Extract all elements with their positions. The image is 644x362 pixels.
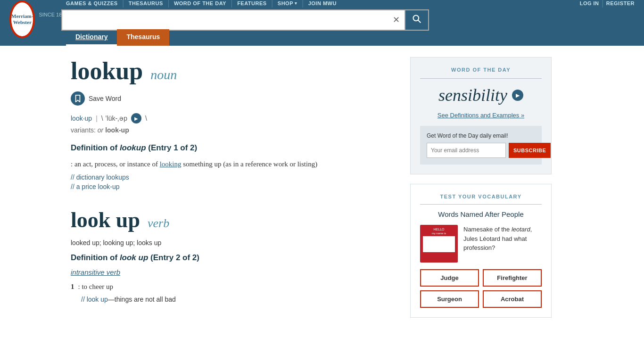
pron-word: look·up: [71, 115, 92, 122]
def-rest: something up (as in a reference work or …: [183, 160, 317, 168]
example-2-dash: —things are not all bad: [108, 296, 176, 303]
wotd-audio-button[interactable]: ▶: [512, 90, 523, 101]
vocab-title: TEST YOUR VOCABULARY: [420, 194, 542, 199]
def-link-looking[interactable]: looking: [160, 160, 182, 168]
nav-games[interactable]: GAMES & QUIZZES: [61, 0, 123, 6]
wotd-email-label: Get Word of the Day daily email!: [427, 132, 535, 139]
wotd-card: WORD OF THE DAY sensibility ▶ See Defini…: [410, 57, 552, 174]
variants-area: variants: or look-up: [71, 126, 396, 134]
vocab-options: Judge Firefighter Surgeon Acrobat: [420, 269, 542, 308]
search-bar: lookup ✕: [61, 9, 429, 31]
def-header-2: Definition of look up (Entry 2 of 2): [71, 253, 396, 263]
logo-line2: Webster: [11, 19, 33, 25]
nav-features[interactable]: FEATURES: [232, 0, 271, 6]
intransitive-verb-label[interactable]: intransitive verb: [71, 268, 120, 276]
variants-word: look-up: [105, 126, 129, 134]
variants-or: or: [98, 126, 105, 134]
conj-text: looked up; looking up; looks up: [71, 239, 161, 247]
example-1b: // a price look-up: [71, 183, 396, 190]
wotd-email-section: Get Word of the Day daily email! SUBSCRI…: [420, 126, 542, 165]
auth-area: LOG IN | REGISTER: [580, 0, 635, 8]
word-pos-2: verb: [148, 216, 169, 230]
pron-phonetic: \ ˈlük-ˌəp: [101, 115, 127, 122]
vocab-option-surgeon[interactable]: Surgeon: [420, 290, 479, 308]
login-link[interactable]: LOG IN: [580, 0, 599, 6]
logo[interactable]: Merriam- Webster: [9, 0, 35, 38]
vocab-image: HELLO my name is: [420, 225, 458, 263]
nav-thesaurus[interactable]: THESAURUS: [124, 0, 168, 6]
pron-close-bracket: \: [145, 115, 147, 122]
svg-line-1: [418, 20, 421, 23]
main-nav: GAMES & QUIZZES | THESAURUS | WORD OF TH…: [61, 0, 341, 8]
tabs-bar: Dictionary Thesaurus: [0, 29, 644, 46]
entry-2: look up verb looked up; looking up; look…: [71, 207, 396, 304]
def-header-1: Definition of lookup (Entry 1 of 2): [71, 143, 396, 153]
email-input[interactable]: [427, 143, 506, 158]
vocab-option-acrobat[interactable]: Acrobat: [483, 290, 542, 308]
save-word-area: Save Word: [71, 91, 396, 106]
definition-1: : an act, process, or instance of lookin…: [71, 158, 396, 171]
audio-play-button[interactable]: ▶: [131, 113, 141, 123]
svg-point-0: [413, 15, 419, 21]
example-2: // look up—things are not all bad: [81, 296, 396, 303]
definition-2: 1 : to cheer up: [71, 281, 396, 293]
def-colon: : an act, process, or instance of: [71, 160, 158, 168]
search-clear-button[interactable]: ✕: [388, 12, 405, 28]
search-button[interactable]: [405, 9, 429, 31]
wotd-see-def-link[interactable]: See Definitions and Examples »: [438, 112, 524, 119]
save-word-label: Save Word: [89, 95, 121, 102]
sidebar: WORD OF THE DAY sensibility ▶ See Defini…: [410, 57, 552, 318]
vocab-question: Namesake of the leotard, Jules Léotard h…: [463, 225, 542, 263]
logo-line1: Merriam-: [11, 13, 33, 19]
vocab-image-row: HELLO my name is Namesake of the leotard…: [420, 225, 542, 263]
word-pos-1: noun: [150, 67, 177, 82]
entry-1: lookup noun Save Word look·up | \ ˈlük-ˌ…: [71, 57, 396, 190]
conjugations: looked up; looking up; looks up: [71, 239, 396, 247]
vocab-option-judge[interactable]: Judge: [420, 269, 479, 287]
vocab-subtitle: Words Named After People: [420, 210, 542, 218]
bookmark-button[interactable]: [71, 91, 85, 106]
word-title-1: lookup: [71, 58, 143, 84]
nav-join[interactable]: JOIN MWU: [304, 0, 341, 6]
pronunciation-area: look·up | \ ˈlük-ˌəp ▶ \: [71, 113, 396, 123]
def-num: 1: [71, 281, 74, 293]
vocab-card: TEST YOUR VOCABULARY Words Named After P…: [410, 184, 552, 318]
email-row: SUBSCRIBE: [427, 143, 535, 158]
def-body: : to cheer up: [78, 281, 114, 293]
nav-wotd[interactable]: WORD OF THE DAY: [169, 0, 231, 6]
example-1a: // dictionary lookups: [71, 173, 396, 181]
variants-label: variants:: [71, 126, 96, 134]
nav-shop[interactable]: SHOP▾: [273, 0, 302, 6]
main-content: lookup noun Save Word look·up | \ ˈlük-ˌ…: [71, 57, 396, 318]
word-title-2: look up: [71, 208, 140, 232]
subscribe-button[interactable]: SUBSCRIBE: [509, 143, 551, 158]
tab-thesaurus[interactable]: Thesaurus: [117, 29, 169, 46]
wotd-word: sensibility: [438, 85, 507, 105]
register-link[interactable]: REGISTER: [606, 0, 635, 6]
tab-dictionary[interactable]: Dictionary: [66, 29, 117, 46]
search-input[interactable]: lookup: [62, 11, 388, 29]
vocab-option-firefighter[interactable]: Firefighter: [483, 269, 542, 287]
pron-separator: |: [96, 115, 98, 122]
wotd-title: WORD OF THE DAY: [420, 67, 542, 73]
wotd-word-display: sensibility ▶: [420, 85, 542, 105]
